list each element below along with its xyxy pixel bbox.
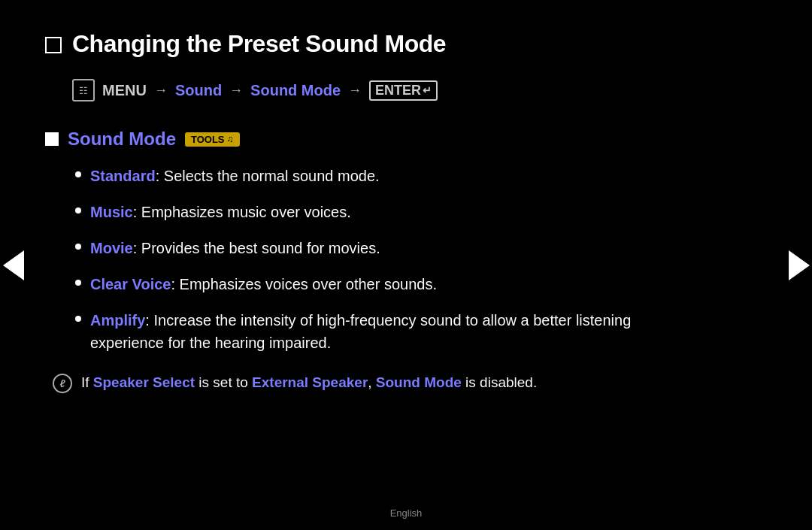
nav-arrow-left[interactable] <box>0 243 26 288</box>
item-label-amplify: Amplify <box>90 312 145 329</box>
enter-box: ENTER↵ <box>369 80 438 101</box>
speaker-select-label: Speaker Select <box>93 374 195 390</box>
bullet-list: Standard: Selects the normal sound mode.… <box>75 165 692 354</box>
item-label-clear-voice: Clear Voice <box>90 276 171 292</box>
music-note-icon: ♫ <box>227 134 234 144</box>
square-icon <box>45 132 59 146</box>
item-text: Music: Emphasizes music over voices. <box>90 201 351 223</box>
external-speaker-label: External Speaker <box>252 374 368 390</box>
bullet-dot <box>75 207 81 214</box>
nav-arrow-right[interactable] <box>786 243 812 288</box>
page-title-container: Changing the Preset Sound Mode <box>45 30 692 58</box>
tools-badge: TOOLS♫ <box>185 132 240 147</box>
sound-label: Sound <box>175 82 222 99</box>
bullet-dot <box>75 316 81 322</box>
enter-arrow-icon: ↵ <box>423 84 432 96</box>
arrow-3: → <box>348 83 362 98</box>
item-desc-movie: : Provides the best sound for movies. <box>133 240 380 256</box>
item-text: Standard: Selects the normal sound mode. <box>90 165 380 187</box>
note-suffix: is disabled. <box>462 374 537 390</box>
note-section: ℓ If Speaker Select is set to External S… <box>53 372 692 394</box>
item-label-movie: Movie <box>90 240 133 256</box>
note-icon: ℓ <box>53 374 72 393</box>
main-content: Changing the Preset Sound Mode ☷ MENU → … <box>0 0 752 424</box>
note-text: If Speaker Select is set to External Spe… <box>81 372 537 394</box>
item-desc-clear-voice: : Emphasizes voices over other sounds. <box>171 276 437 292</box>
list-item: Standard: Selects the normal sound mode. <box>75 165 692 187</box>
item-label-music: Music <box>90 204 133 220</box>
item-desc-amplify: : Increase the intensity of high-frequen… <box>90 312 631 351</box>
item-text: Clear Voice: Emphasizes voices over othe… <box>90 273 437 295</box>
section-header: Sound Mode TOOLS♫ <box>45 129 692 150</box>
item-desc-standard: : Selects the normal sound mode. <box>156 168 380 184</box>
menu-label: MENU <box>102 82 147 99</box>
footer-text: English <box>390 507 423 519</box>
list-item: Clear Voice: Emphasizes voices over othe… <box>75 273 692 295</box>
list-item: Music: Emphasizes music over voices. <box>75 201 692 223</box>
sound-mode-label: Sound Mode <box>250 82 341 99</box>
sound-mode-note-label: Sound Mode <box>376 374 462 390</box>
note-prefix: If <box>81 374 93 390</box>
bullet-dot <box>75 280 81 286</box>
bullet-dot <box>75 244 81 250</box>
page-title: Changing the Preset Sound Mode <box>72 30 446 58</box>
item-text: Movie: Provides the best sound for movie… <box>90 237 380 259</box>
item-text: Amplify: Increase the intensity of high-… <box>90 309 692 354</box>
list-item: Amplify: Increase the intensity of high-… <box>75 309 692 354</box>
arrow-1: → <box>154 83 168 98</box>
item-label-standard: Standard <box>90 168 156 184</box>
note-sep: , <box>368 374 376 390</box>
bullet-dot <box>75 171 81 177</box>
section-title: Sound Mode <box>68 129 176 150</box>
footer: English <box>390 507 423 519</box>
menu-path: ☷ MENU → Sound → Sound Mode → ENTER↵ <box>72 79 692 101</box>
checkbox-icon <box>45 37 62 53</box>
right-arrow-icon <box>789 250 810 280</box>
enter-label: ENTER <box>375 83 421 98</box>
tools-badge-text: TOOLS <box>191 134 225 145</box>
note-mid: is set to <box>195 374 252 390</box>
item-desc-music: : Emphasizes music over voices. <box>133 204 351 220</box>
left-arrow-icon <box>3 250 24 280</box>
arrow-2: → <box>229 83 243 98</box>
menu-icon: ☷ <box>72 79 95 101</box>
list-item: Movie: Provides the best sound for movie… <box>75 237 692 259</box>
